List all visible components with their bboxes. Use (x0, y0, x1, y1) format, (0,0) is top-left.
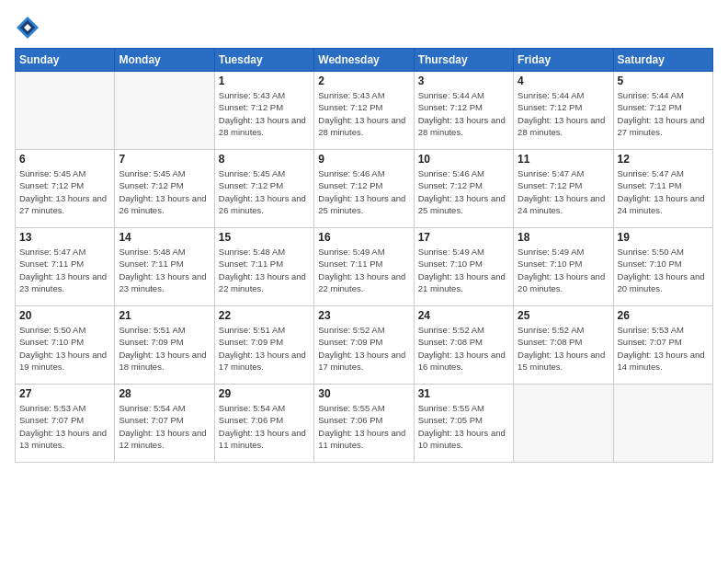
day-cell: 4Sunrise: 5:44 AM Sunset: 7:12 PM Daylig… (514, 72, 613, 150)
day-info: Sunrise: 5:44 AM Sunset: 7:12 PM Dayligh… (418, 89, 509, 138)
day-cell: 11Sunrise: 5:47 AM Sunset: 7:12 PM Dayli… (514, 150, 613, 228)
weekday-header-row: SundayMondayTuesdayWednesdayThursdayFrid… (16, 49, 713, 72)
day-number: 2 (318, 75, 409, 87)
weekday-cell: Sunday (16, 49, 115, 72)
calendar-body: 1Sunrise: 5:43 AM Sunset: 7:12 PM Daylig… (16, 72, 713, 463)
day-number: 4 (518, 75, 609, 87)
day-info: Sunrise: 5:49 AM Sunset: 7:10 PM Dayligh… (518, 246, 609, 294)
day-cell: 20Sunrise: 5:50 AM Sunset: 7:10 PM Dayli… (16, 306, 115, 385)
day-info: Sunrise: 5:44 AM Sunset: 7:12 PM Dayligh… (518, 89, 609, 138)
day-info: Sunrise: 5:52 AM Sunset: 7:08 PM Dayligh… (418, 324, 509, 373)
day-info: Sunrise: 5:53 AM Sunset: 7:07 PM Dayligh… (19, 402, 110, 451)
day-cell: 5Sunrise: 5:44 AM Sunset: 7:12 PM Daylig… (613, 72, 712, 150)
day-number: 3 (418, 75, 509, 87)
day-number: 24 (418, 309, 509, 322)
day-number: 18 (518, 231, 609, 244)
day-number: 28 (119, 387, 210, 400)
day-number: 9 (318, 153, 409, 166)
day-cell: 12Sunrise: 5:47 AM Sunset: 7:11 PM Dayli… (613, 150, 712, 228)
weekday-cell: Tuesday (214, 49, 313, 72)
day-cell: 19Sunrise: 5:50 AM Sunset: 7:10 PM Dayli… (613, 228, 712, 306)
day-cell: 21Sunrise: 5:51 AM Sunset: 7:09 PM Dayli… (115, 306, 214, 385)
day-number: 7 (119, 153, 210, 166)
day-number: 20 (19, 309, 110, 322)
day-number: 30 (318, 387, 409, 400)
week-row: 27Sunrise: 5:53 AM Sunset: 7:07 PM Dayli… (16, 385, 713, 463)
week-row: 20Sunrise: 5:50 AM Sunset: 7:10 PM Dayli… (16, 306, 713, 385)
day-info: Sunrise: 5:52 AM Sunset: 7:09 PM Dayligh… (318, 324, 409, 373)
day-number: 5 (618, 75, 709, 87)
day-number: 14 (119, 231, 210, 244)
day-cell: 1Sunrise: 5:43 AM Sunset: 7:12 PM Daylig… (214, 72, 313, 150)
day-cell: 6Sunrise: 5:45 AM Sunset: 7:12 PM Daylig… (16, 150, 115, 228)
week-row: 6Sunrise: 5:45 AM Sunset: 7:12 PM Daylig… (16, 150, 713, 228)
day-cell: 25Sunrise: 5:52 AM Sunset: 7:08 PM Dayli… (514, 306, 613, 385)
week-row: 1Sunrise: 5:43 AM Sunset: 7:12 PM Daylig… (16, 72, 713, 150)
day-number: 12 (618, 153, 709, 166)
day-cell: 24Sunrise: 5:52 AM Sunset: 7:08 PM Dayli… (414, 306, 513, 385)
day-cell: 9Sunrise: 5:46 AM Sunset: 7:12 PM Daylig… (314, 150, 414, 228)
day-cell: 18Sunrise: 5:49 AM Sunset: 7:10 PM Dayli… (514, 228, 613, 306)
day-cell: 29Sunrise: 5:54 AM Sunset: 7:06 PM Dayli… (214, 385, 313, 463)
day-number: 25 (518, 309, 609, 322)
day-cell: 15Sunrise: 5:48 AM Sunset: 7:11 PM Dayli… (214, 228, 313, 306)
day-info: Sunrise: 5:55 AM Sunset: 7:05 PM Dayligh… (418, 402, 509, 451)
day-cell (514, 385, 613, 463)
day-info: Sunrise: 5:54 AM Sunset: 7:07 PM Dayligh… (119, 402, 210, 451)
day-number: 11 (518, 153, 609, 166)
page-header (15, 15, 713, 40)
day-info: Sunrise: 5:46 AM Sunset: 7:12 PM Dayligh… (318, 167, 409, 216)
day-cell: 3Sunrise: 5:44 AM Sunset: 7:12 PM Daylig… (414, 72, 513, 150)
day-number: 10 (418, 153, 509, 166)
day-cell: 22Sunrise: 5:51 AM Sunset: 7:09 PM Dayli… (214, 306, 313, 385)
day-cell: 23Sunrise: 5:52 AM Sunset: 7:09 PM Dayli… (314, 306, 414, 385)
day-info: Sunrise: 5:45 AM Sunset: 7:12 PM Dayligh… (119, 167, 210, 216)
day-info: Sunrise: 5:49 AM Sunset: 7:10 PM Dayligh… (418, 246, 509, 294)
day-cell: 7Sunrise: 5:45 AM Sunset: 7:12 PM Daylig… (115, 150, 214, 228)
logo-icon (15, 15, 40, 40)
weekday-cell: Friday (514, 49, 613, 72)
day-info: Sunrise: 5:43 AM Sunset: 7:12 PM Dayligh… (219, 89, 310, 138)
day-cell: 16Sunrise: 5:49 AM Sunset: 7:11 PM Dayli… (314, 228, 414, 306)
day-number: 1 (219, 75, 310, 87)
day-info: Sunrise: 5:51 AM Sunset: 7:09 PM Dayligh… (219, 324, 310, 373)
day-info: Sunrise: 5:49 AM Sunset: 7:11 PM Dayligh… (318, 246, 409, 294)
day-cell: 31Sunrise: 5:55 AM Sunset: 7:05 PM Dayli… (414, 385, 513, 463)
day-info: Sunrise: 5:46 AM Sunset: 7:12 PM Dayligh… (418, 167, 509, 216)
day-info: Sunrise: 5:50 AM Sunset: 7:10 PM Dayligh… (19, 324, 110, 373)
day-info: Sunrise: 5:48 AM Sunset: 7:11 PM Dayligh… (219, 246, 310, 294)
day-info: Sunrise: 5:48 AM Sunset: 7:11 PM Dayligh… (119, 246, 210, 294)
logo (15, 15, 44, 40)
day-cell (16, 72, 115, 150)
day-cell: 13Sunrise: 5:47 AM Sunset: 7:11 PM Dayli… (16, 228, 115, 306)
day-cell: 2Sunrise: 5:43 AM Sunset: 7:12 PM Daylig… (314, 72, 414, 150)
week-row: 13Sunrise: 5:47 AM Sunset: 7:11 PM Dayli… (16, 228, 713, 306)
day-cell (115, 72, 214, 150)
day-number: 22 (219, 309, 310, 322)
day-info: Sunrise: 5:45 AM Sunset: 7:12 PM Dayligh… (219, 167, 310, 216)
day-cell: 14Sunrise: 5:48 AM Sunset: 7:11 PM Dayli… (115, 228, 214, 306)
day-number: 27 (19, 387, 110, 400)
weekday-cell: Thursday (414, 49, 513, 72)
day-info: Sunrise: 5:53 AM Sunset: 7:07 PM Dayligh… (618, 324, 709, 373)
day-info: Sunrise: 5:54 AM Sunset: 7:06 PM Dayligh… (219, 402, 310, 451)
day-cell: 26Sunrise: 5:53 AM Sunset: 7:07 PM Dayli… (613, 306, 712, 385)
weekday-cell: Wednesday (314, 49, 414, 72)
day-cell: 8Sunrise: 5:45 AM Sunset: 7:12 PM Daylig… (214, 150, 313, 228)
day-number: 17 (418, 231, 509, 244)
day-number: 6 (19, 153, 110, 166)
day-cell (613, 385, 712, 463)
day-number: 16 (318, 231, 409, 244)
day-number: 29 (219, 387, 310, 400)
day-info: Sunrise: 5:47 AM Sunset: 7:11 PM Dayligh… (618, 167, 709, 216)
day-number: 13 (19, 231, 110, 244)
day-number: 26 (618, 309, 709, 322)
day-cell: 27Sunrise: 5:53 AM Sunset: 7:07 PM Dayli… (16, 385, 115, 463)
calendar: SundayMondayTuesdayWednesdayThursdayFrid… (15, 48, 713, 463)
day-info: Sunrise: 5:50 AM Sunset: 7:10 PM Dayligh… (618, 246, 709, 294)
day-info: Sunrise: 5:51 AM Sunset: 7:09 PM Dayligh… (119, 324, 210, 373)
day-info: Sunrise: 5:45 AM Sunset: 7:12 PM Dayligh… (19, 167, 110, 216)
day-number: 21 (119, 309, 210, 322)
day-number: 15 (219, 231, 310, 244)
day-cell: 28Sunrise: 5:54 AM Sunset: 7:07 PM Dayli… (115, 385, 214, 463)
